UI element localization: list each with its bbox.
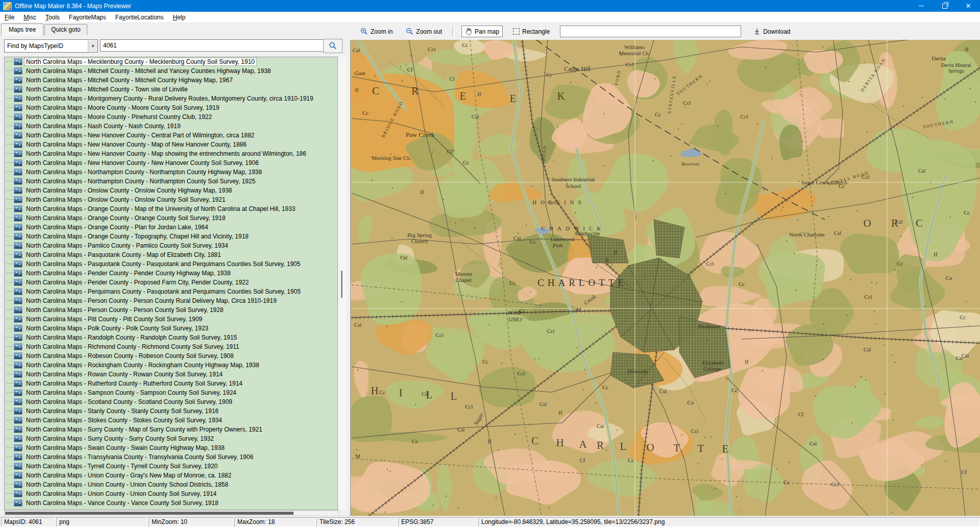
tree-item[interactable]: North Carolina Maps - Montgomery County …: [5, 94, 337, 103]
tree-item[interactable]: North Carolina Maps - Person County - Pe…: [5, 305, 337, 315]
tree-item[interactable]: North Carolina Maps - Surry County - Map…: [5, 425, 337, 434]
tree-item[interactable]: North Carolina Maps - Moore County - Pin…: [5, 112, 337, 122]
tree-item[interactable]: North Carolina Maps - Vance County - Van…: [5, 498, 337, 508]
chevron-down-icon[interactable]: ▼: [88, 40, 97, 52]
tree-connector: [7, 484, 13, 485]
map-item-icon: [14, 104, 22, 111]
map-item-icon: [14, 453, 22, 461]
tree-item-label: North Carolina Maps - Randolph County - …: [24, 334, 238, 341]
tree-item[interactable]: North Carolina Maps - Rutherford County …: [5, 379, 337, 388]
map-toolbar: Zoom in Zoom out Pan map Rectangle Downl…: [350, 23, 980, 40]
tree-item[interactable]: North Carolina Maps - New Hanover County…: [5, 158, 337, 167]
tree-item[interactable]: North Carolina Maps - Swain County - Swa…: [5, 443, 337, 452]
status-format: png: [56, 517, 148, 526]
menu-item-help[interactable]: Help: [168, 13, 190, 22]
tree-item[interactable]: North Carolina Maps - Transylvania Count…: [5, 452, 337, 462]
tree-item[interactable]: North Carolina Maps - Mitchell County - …: [5, 66, 337, 76]
menu-item-file[interactable]: File: [0, 13, 19, 22]
tree-item[interactable]: North Carolina Maps - Rowan County - Row…: [5, 370, 337, 379]
tree-item[interactable]: North Carolina Maps - Orange County - Pl…: [5, 223, 337, 232]
tree-connector: [7, 300, 13, 301]
minimize-button[interactable]: [910, 0, 933, 12]
tree-item[interactable]: North Carolina Maps - Pasquotank County …: [5, 259, 337, 269]
map-district-letter: T: [698, 442, 704, 454]
tree-item[interactable]: North Carolina Maps - Union County - Uni…: [5, 480, 337, 489]
tree-item[interactable]: North Carolina Maps - Robeson County - R…: [5, 351, 337, 361]
tree-item[interactable]: North Carolina Maps - Tyrrell County - T…: [5, 462, 337, 471]
tree-item[interactable]: North Carolina Maps - Orange County - Ma…: [5, 204, 337, 213]
tree-item[interactable]: North Carolina Maps - Stokes County - St…: [5, 416, 337, 425]
tree-item-label: North Carolina Maps - New Hanover County…: [24, 141, 248, 148]
tree-item[interactable]: North Carolina Maps - Union County - Gra…: [5, 471, 337, 480]
tree-item[interactable]: North Carolina Maps - Onslow County - On…: [5, 195, 337, 204]
map-canvas[interactable]: GumPaw CreekMorning Star Ch.Southern Ind…: [350, 40, 980, 516]
tree-item[interactable]: North Carolina Maps - Union County - Uni…: [5, 489, 337, 498]
tree-item[interactable]: North Carolina Maps - Person County - Pe…: [5, 296, 337, 305]
tree-vertical-scrollbar-thumb[interactable]: [341, 271, 342, 298]
tree-item[interactable]: North Carolina Maps - Pasquotank County …: [5, 250, 337, 259]
tree-item[interactable]: North Carolina Maps - Northampton County…: [5, 177, 337, 186]
tree-vertical-scrollbar[interactable]: [338, 57, 346, 509]
tree-item[interactable]: North Carolina Maps - Mitchell County - …: [5, 85, 337, 94]
tree-item[interactable]: North Carolina Maps - New Hanover County…: [5, 131, 337, 140]
map-district-letter: C: [916, 217, 923, 229]
tab-quick-goto[interactable]: Quick goto: [44, 24, 87, 35]
tree-item-label: North Carolina Maps - Pender County - Pr…: [24, 279, 250, 286]
zoom-out-button[interactable]: Zoom out: [403, 26, 445, 37]
tree-item[interactable]: North Carolina Maps - Orange County - Or…: [5, 213, 337, 223]
restore-button[interactable]: [933, 0, 957, 12]
tree-connector: [7, 383, 13, 384]
tree-item[interactable]: North Carolina Maps - Mitchell County - …: [5, 76, 337, 85]
tree-item[interactable]: North Carolina Maps - Perquimans County …: [5, 287, 337, 296]
tree-item[interactable]: North Carolina Maps - New Hanover County…: [5, 149, 337, 158]
search-input[interactable]: [100, 39, 324, 52]
map-label: Chapel: [455, 277, 471, 283]
tree-connector: [7, 337, 13, 338]
tree-item[interactable]: North Carolina Maps - Northampton County…: [5, 167, 337, 177]
search-button[interactable]: [323, 39, 342, 53]
pan-map-button[interactable]: Pan map: [461, 26, 503, 37]
tab-maps-tree[interactable]: Maps tree: [1, 23, 43, 36]
tree-connector: [7, 89, 13, 90]
tree-item[interactable]: North Carolina Maps - Randolph County - …: [5, 333, 337, 342]
tree-item[interactable]: North Carolina Maps - Rockingham County …: [5, 361, 337, 370]
tree-item[interactable]: North Carolina Maps - Polk County - Polk…: [5, 324, 337, 333]
tree-item-label: North Carolina Maps - Surry County - Map…: [24, 426, 264, 433]
map-item-icon: [14, 435, 22, 442]
tree-item[interactable]: North Carolina Maps - Pender County - Pe…: [5, 269, 337, 278]
left-panel: Maps tree Quick goto Find by MapsTypeID …: [0, 23, 350, 516]
close-button[interactable]: ✕: [957, 0, 980, 12]
map-label: Memorial Ch.: [619, 50, 650, 56]
tree-horizontal-scrollbar-thumb[interactable]: [5, 512, 293, 515]
tree-item[interactable]: North Carolina Maps - Richmond County - …: [5, 342, 337, 351]
tree-item-label: North Carolina Maps - Pender County - Pe…: [24, 270, 232, 277]
menu-item-tools[interactable]: Tools: [41, 13, 64, 22]
soil-code-label: Cc: [362, 110, 369, 116]
map-item-icon: [14, 95, 22, 102]
tree-item[interactable]: North Carolina Maps - Pamlico County - P…: [5, 241, 337, 250]
tree-item[interactable]: North Carolina Maps - Pitt County - Pitt…: [5, 315, 337, 324]
zoom-in-button[interactable]: Zoom in: [357, 26, 396, 37]
rectangle-button[interactable]: Rectangle: [510, 27, 553, 37]
tree-item[interactable]: North Carolina Maps - Onslow County - On…: [5, 186, 337, 195]
soil-code-label: If: [558, 410, 562, 416]
tree-item[interactable]: North Carolina Maps - Sampson County - S…: [5, 388, 337, 397]
tree-item[interactable]: North Carolina Maps - Stanly County - St…: [5, 406, 337, 416]
tree-item[interactable]: North Carolina Maps - Surry County - Sur…: [5, 434, 337, 443]
tree-connector: [7, 190, 13, 191]
tree-item[interactable]: North Carolina Maps - New Hanover County…: [5, 140, 337, 149]
menu-item-misc[interactable]: Misc: [19, 13, 41, 22]
find-by-dropdown[interactable]: Find by MapsTypeID ▼: [4, 39, 98, 53]
tree-item[interactable]: North Carolina Maps - Mecklenburg County…: [5, 57, 337, 66]
tree-item[interactable]: North Carolina Maps - Scotland County - …: [5, 397, 337, 406]
download-button[interactable]: Download: [750, 26, 793, 37]
tree-item[interactable]: North Carolina Maps - Nash County - Nash…: [5, 122, 337, 131]
toolbar-text-input[interactable]: [560, 26, 741, 37]
tree-item[interactable]: North Carolina Maps - Moore County - Moo…: [5, 103, 337, 112]
menu-item-favoritemaps[interactable]: FavoriteMaps: [64, 13, 111, 22]
map-item-icon: [14, 242, 22, 249]
menu-item-favoritelocations[interactable]: FavoriteLocations: [111, 13, 168, 22]
map-district-letter: H: [556, 437, 564, 449]
tree-item[interactable]: North Carolina Maps - Pender County - Pr…: [5, 278, 337, 287]
tree-item[interactable]: North Carolina Maps - Orange County - To…: [5, 232, 337, 241]
